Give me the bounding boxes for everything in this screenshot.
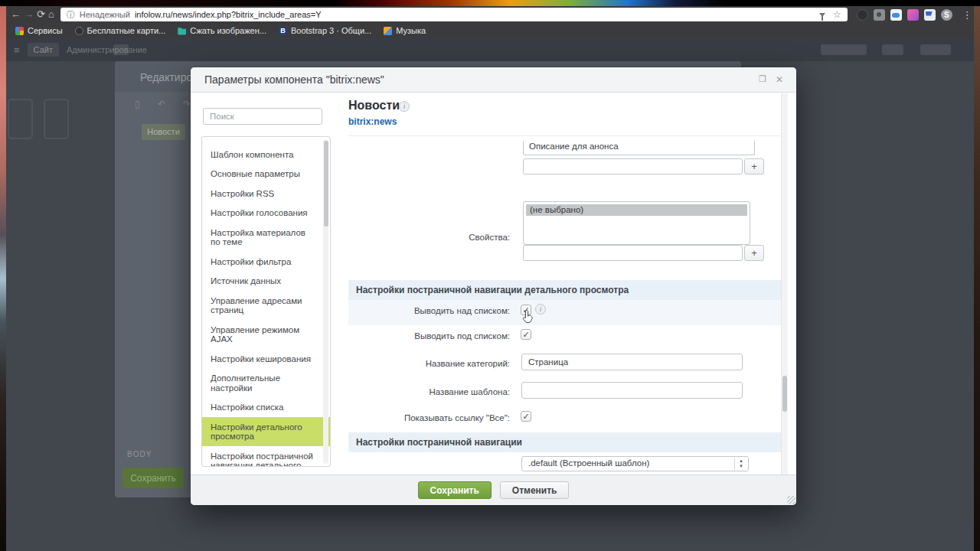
- resize-grip[interactable]: [787, 496, 795, 504]
- bookmark-label: Сервисы: [28, 26, 63, 35]
- site-info-icon[interactable]: ⓘ: [67, 9, 75, 21]
- show-below-label: Выводить под списком:: [414, 331, 510, 341]
- section-detail-pagenav: Настройки постраничной навигации детальн…: [348, 280, 781, 300]
- cart-extension-icon[interactable]: [924, 9, 936, 21]
- save-button[interactable]: Сохранить: [418, 481, 492, 499]
- admin-bar-item: [882, 44, 903, 55]
- reload-icon[interactable]: ⟳: [37, 8, 45, 21]
- select-value: .default (Встроенный шаблон): [528, 458, 649, 468]
- camera-favicon: [75, 27, 83, 35]
- bookmark-bootstrap[interactable]: B Bootstrap 3 · Общи...: [279, 26, 371, 35]
- s-extension-icon[interactable]: S: [941, 9, 952, 21]
- show-above-info-icon[interactable]: i: [535, 304, 546, 315]
- anons-listbox-partial[interactable]: Описание для анонса: [523, 141, 755, 155]
- categories-input[interactable]: [521, 354, 743, 370]
- show-all-label: Показывать ссылку "Все":: [404, 412, 510, 423]
- forward-icon[interactable]: →: [24, 8, 34, 21]
- row-highlight: [348, 300, 781, 325]
- bookmark-label: Сжать изображен...: [190, 26, 266, 35]
- content-scroll-thumb[interactable]: [782, 376, 787, 412]
- sidebar-scroll-thumb[interactable]: [324, 141, 328, 227]
- sidebar-scrollbar[interactable]: [323, 139, 328, 464]
- pagenav-template-select[interactable]: .default (Встроенный шаблон) ▲▼: [521, 456, 749, 471]
- header-separator: [348, 135, 781, 136]
- bookmark-free-images[interactable]: Бесплатные карти...: [75, 26, 166, 35]
- extension-circle-icon[interactable]: [857, 9, 868, 21]
- menu-item-cache[interactable]: Настройки кеширования: [211, 349, 315, 369]
- url-text: infolow.ru/news/index.php?bitrix_include…: [135, 10, 815, 19]
- component-info-icon[interactable]: i: [399, 101, 410, 112]
- admin-top-bar: ≡ Сайт Администрирование: [6, 38, 974, 61]
- bookmark-star-icon[interactable]: ☆: [833, 9, 841, 20]
- back-icon[interactable]: ←: [11, 8, 21, 21]
- bookmark-services[interactable]: Сервисы: [15, 26, 63, 35]
- background-news-tab: Новости: [142, 124, 185, 140]
- filter-icon[interactable]: [819, 13, 825, 17]
- admin-menu-icon: ≡: [14, 44, 20, 56]
- bookmark-music[interactable]: Музыка: [384, 26, 426, 35]
- music-favicon: [384, 27, 392, 35]
- close-icon[interactable]: ✕: [773, 74, 786, 85]
- menu-item-basic[interactable]: Основные параметры: [211, 165, 315, 184]
- browser-menu-icon[interactable]: ⋮: [962, 9, 972, 21]
- admin-bar-icon: [113, 44, 129, 55]
- admin-bar-item: [821, 44, 867, 55]
- pink-extension-icon[interactable]: [907, 9, 919, 21]
- bookmarks-bar: Сервисы Бесплатные карти... Сжать изобра…: [6, 23, 974, 38]
- maximize-icon[interactable]: ❒: [756, 74, 769, 84]
- search-input[interactable]: [203, 108, 322, 125]
- menu-item-filter[interactable]: Настройки фильтра: [211, 252, 315, 272]
- menu-item-detail-selected[interactable]: Настройки детального просмотра: [202, 417, 330, 446]
- settings-menu: Шаблон компонента Основные параметры Нас…: [201, 136, 331, 467]
- bookmark-label: Бесплатные карти...: [87, 26, 166, 35]
- menu-item-template[interactable]: Шаблон компонента: [211, 145, 315, 165]
- add-property-button[interactable]: +: [744, 245, 764, 261]
- menu-item-detail-pagenav[interactable]: Настройки постраничной навигации детальн…: [211, 446, 315, 467]
- background-toolbar-icons: ▯ ↶ ↷: [135, 99, 198, 109]
- bookmark-compress[interactable]: Сжать изображен...: [178, 26, 266, 35]
- categories-label: Название категорий:: [426, 358, 510, 369]
- browser-window: ← → ⟳ ⌂ ⓘ Ненадежный infolow.ru/news/ind…: [6, 6, 974, 551]
- content-scrollbar[interactable]: [781, 93, 788, 474]
- component-title: Новости: [348, 99, 400, 112]
- component-name-link[interactable]: bitrix:news: [348, 116, 397, 127]
- menu-item-related[interactable]: Настройка материалов по теме: [211, 223, 315, 252]
- admin-bar-item: [920, 44, 951, 55]
- show-above-label: Выводить над списком:: [414, 305, 510, 316]
- grid-favicon: [15, 27, 24, 35]
- admin-tab-site: Сайт: [28, 43, 59, 57]
- menu-item-additional[interactable]: Дополнительные настройки: [211, 369, 315, 398]
- bookmark-label: Музыка: [396, 26, 426, 35]
- url-bar[interactable]: ⓘ Ненадежный infolow.ru/news/index.php?b…: [60, 8, 848, 21]
- select-stepper-icon: ▲▼: [734, 458, 747, 470]
- menu-item-ajax[interactable]: Управление режимом AJAX: [211, 320, 315, 349]
- properties-label: Свойства:: [469, 232, 510, 243]
- page-area: ≡ Сайт Администрирование Редактиров ▯ ↶ …: [6, 38, 974, 551]
- menu-item-rss[interactable]: Настройки RSS: [211, 184, 315, 204]
- properties-selected-option[interactable]: (не выбрано): [526, 204, 747, 216]
- menu-item-datasource[interactable]: Источник данных: [211, 272, 315, 292]
- show-all-checkbox[interactable]: ✓: [521, 411, 531, 422]
- menu-item-list[interactable]: Настройки списка: [211, 398, 315, 418]
- properties-extra-input[interactable]: [523, 245, 743, 261]
- anons-extra-input[interactable]: [523, 158, 743, 174]
- cancel-button[interactable]: Отменить: [500, 481, 570, 499]
- file-icon-ghost: [8, 99, 33, 139]
- admin-tab-administration: Администрирование: [67, 45, 147, 54]
- section-pagenav: Настройки постраничной навигации: [348, 432, 781, 452]
- template-name-input[interactable]: [521, 382, 743, 399]
- cloud-extension-icon[interactable]: [890, 9, 902, 21]
- dialog-title: Параметры компонента "bitrix:news": [204, 73, 384, 86]
- menu-item-voting[interactable]: Настройки голосования: [211, 204, 315, 223]
- show-below-checkbox[interactable]: ✓: [521, 329, 531, 340]
- camera-extension-icon[interactable]: [874, 9, 885, 21]
- extensions-area: S ⋮: [857, 9, 972, 21]
- background-save-button: Сохранить: [122, 468, 184, 488]
- home-icon[interactable]: ⌂: [48, 8, 54, 21]
- menu-item-urls[interactable]: Управление адресами страниц: [211, 291, 315, 320]
- add-anons-button[interactable]: +: [744, 158, 764, 174]
- desktop-wallpaper-top: [0, 0, 980, 6]
- background-dialog-title: Редактиров: [140, 71, 198, 83]
- properties-listbox[interactable]: (не выбрано): [523, 201, 750, 245]
- dialog-footer: Сохранить Отменить: [191, 474, 796, 505]
